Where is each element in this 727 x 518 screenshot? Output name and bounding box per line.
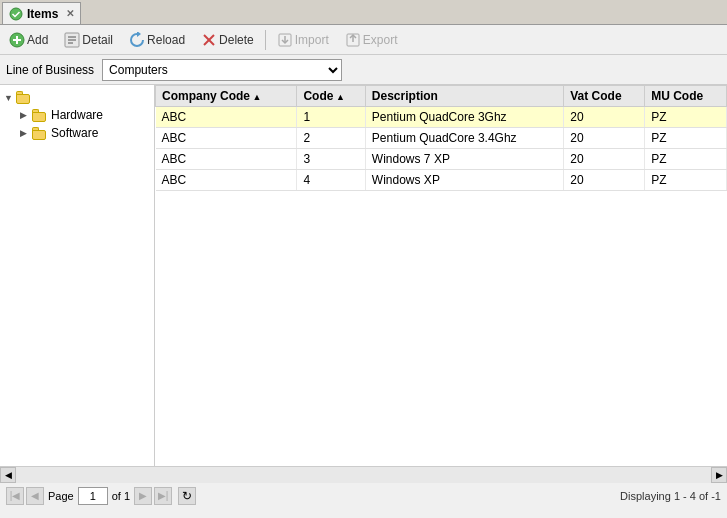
- table-row[interactable]: ABC3Windows 7 XP20PZ: [156, 149, 727, 170]
- import-button[interactable]: Import: [272, 30, 334, 50]
- tree-software-folder-icon: [32, 127, 48, 140]
- cell-description: Pentium QuadCore 3.4Ghz: [365, 128, 563, 149]
- cell-description: Windows XP: [365, 170, 563, 191]
- tree-panel: ▼ ▶ Hardware ▶ Software: [0, 85, 155, 466]
- svg-point-0: [10, 8, 22, 20]
- items-table: Company Code Code Description Vat Code M…: [155, 85, 727, 191]
- cell-company_code: ABC: [156, 128, 297, 149]
- cell-company_code: ABC: [156, 149, 297, 170]
- toolbar-separator: [265, 30, 266, 50]
- delete-button[interactable]: Delete: [196, 30, 259, 50]
- tree-item-hardware[interactable]: ▶ Hardware: [0, 106, 154, 124]
- detail-label: Detail: [82, 33, 113, 47]
- cell-code: 1: [297, 107, 365, 128]
- cell-vat_code: 20: [564, 149, 645, 170]
- add-button[interactable]: Add: [4, 30, 53, 50]
- line-of-business-select[interactable]: Computers Hardware Software: [102, 59, 342, 81]
- hscroll-row: ◀ ▶: [0, 466, 727, 482]
- tree-software-label: Software: [51, 126, 98, 140]
- page-reload-btn[interactable]: ↻: [178, 487, 196, 505]
- hscroll-right-btn[interactable]: ▶: [711, 467, 727, 483]
- cell-vat_code: 20: [564, 128, 645, 149]
- tree-hardware-label: Hardware: [51, 108, 103, 122]
- delete-label: Delete: [219, 33, 254, 47]
- page-prev-btn[interactable]: ◀: [26, 487, 44, 505]
- reload-button[interactable]: Reload: [124, 30, 190, 50]
- page-last-btn[interactable]: ▶|: [154, 487, 172, 505]
- tree-root-toggle[interactable]: ▼: [4, 93, 16, 103]
- hscroll-left-btn[interactable]: ◀: [0, 467, 16, 483]
- toolbar: Add Detail Reload Delete Import: [0, 25, 727, 55]
- delete-icon: [201, 32, 217, 48]
- export-button[interactable]: Export: [340, 30, 403, 50]
- tree-root-folder-icon: [16, 91, 32, 104]
- table-row[interactable]: ABC2Pentium QuadCore 3.4Ghz20PZ: [156, 128, 727, 149]
- cell-mu_code: PZ: [645, 170, 727, 191]
- hscroll-track[interactable]: [16, 467, 711, 483]
- filter-label: Line of Business: [6, 63, 94, 77]
- add-label: Add: [27, 33, 48, 47]
- page-of-label: of 1: [112, 490, 130, 502]
- col-code[interactable]: Code: [297, 86, 365, 107]
- cell-description: Windows 7 XP: [365, 149, 563, 170]
- grid-area: Company Code Code Description Vat Code M…: [155, 85, 727, 466]
- cell-code: 2: [297, 128, 365, 149]
- cell-mu_code: PZ: [645, 128, 727, 149]
- display-info: Displaying 1 - 4 of -1: [620, 490, 721, 502]
- table-row[interactable]: ABC1Pentium QuadCore 3Ghz20PZ: [156, 107, 727, 128]
- col-mu-code[interactable]: MU Code: [645, 86, 727, 107]
- cell-vat_code: 20: [564, 107, 645, 128]
- table-header-row: Company Code Code Description Vat Code M…: [156, 86, 727, 107]
- page-first-btn[interactable]: |◀: [6, 487, 24, 505]
- cell-vat_code: 20: [564, 170, 645, 191]
- tree-hardware-folder-icon: [32, 109, 48, 122]
- tab-title: Items: [27, 7, 58, 21]
- cell-code: 4: [297, 170, 365, 191]
- cell-company_code: ABC: [156, 107, 297, 128]
- page-next-btn[interactable]: ▶: [134, 487, 152, 505]
- col-company-code[interactable]: Company Code: [156, 86, 297, 107]
- col-description[interactable]: Description: [365, 86, 563, 107]
- items-tab[interactable]: Items ✕: [2, 2, 81, 24]
- reload-label: Reload: [147, 33, 185, 47]
- export-label: Export: [363, 33, 398, 47]
- pagination-bar: |◀ ◀ Page of 1 ▶ ▶| ↻ Displaying 1 - 4 o…: [0, 482, 727, 508]
- tree-item-software[interactable]: ▶ Software: [0, 124, 154, 142]
- filter-bar: Line of Business Computers Hardware Soft…: [0, 55, 727, 85]
- tree-root-item[interactable]: ▼: [0, 89, 154, 106]
- cell-description: Pentium QuadCore 3Ghz: [365, 107, 563, 128]
- page-number-input[interactable]: [78, 487, 108, 505]
- col-vat-code[interactable]: Vat Code: [564, 86, 645, 107]
- page-text-label: Page: [48, 490, 74, 502]
- detail-button[interactable]: Detail: [59, 30, 118, 50]
- main-area: ▼ ▶ Hardware ▶ Software: [0, 85, 727, 466]
- cell-mu_code: PZ: [645, 149, 727, 170]
- tree-hardware-toggle[interactable]: ▶: [20, 110, 32, 120]
- export-icon: [345, 32, 361, 48]
- cell-company_code: ABC: [156, 170, 297, 191]
- tab-close-icon[interactable]: ✕: [66, 8, 74, 19]
- table-row[interactable]: ABC4Windows XP20PZ: [156, 170, 727, 191]
- detail-icon: [64, 32, 80, 48]
- import-label: Import: [295, 33, 329, 47]
- import-icon: [277, 32, 293, 48]
- items-tab-icon: [9, 7, 23, 21]
- cell-mu_code: PZ: [645, 107, 727, 128]
- tree-software-toggle[interactable]: ▶: [20, 128, 32, 138]
- tab-bar: Items ✕: [0, 0, 727, 25]
- cell-code: 3: [297, 149, 365, 170]
- add-icon: [9, 32, 25, 48]
- page-nav: |◀ ◀ Page of 1 ▶ ▶| ↻: [6, 487, 196, 505]
- reload-icon: [129, 32, 145, 48]
